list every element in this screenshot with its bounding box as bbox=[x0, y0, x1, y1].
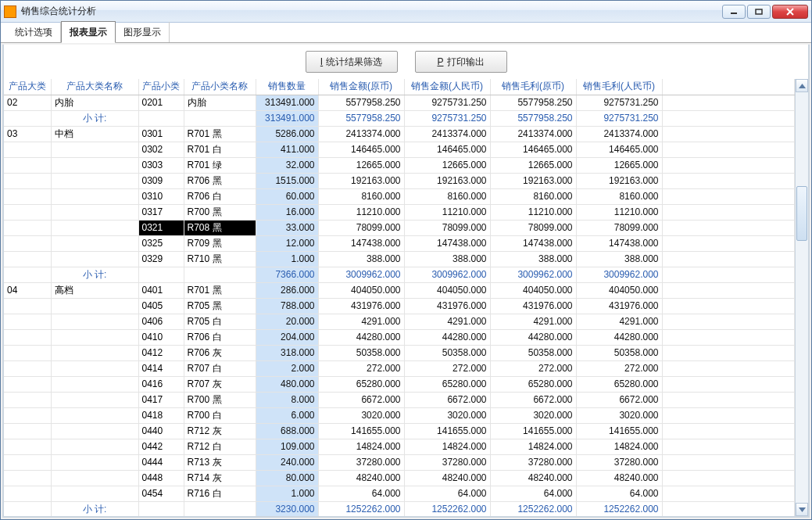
minimize-button[interactable] bbox=[722, 5, 746, 19]
sales-qty: 1515.000 bbox=[256, 173, 318, 188]
subcategory-code: 0417 bbox=[138, 392, 184, 407]
table-row[interactable]: 0405R705 黑788.000431976.000431976.000431… bbox=[4, 298, 795, 314]
category-code bbox=[4, 142, 51, 157]
subcategory-code: 0454 bbox=[138, 486, 184, 501]
table-row[interactable]: 0418R700 白6.0003020.0003020.0003020.0003… bbox=[4, 407, 795, 423]
window-title: 销售综合统计分析 bbox=[21, 5, 722, 18]
amount-rmb: 272.000 bbox=[404, 360, 490, 376]
amount-rmb: 50358.000 bbox=[404, 345, 490, 360]
table-row[interactable]: 0309R706 黑1515.000192163.000192163.00019… bbox=[4, 173, 795, 188]
table-row[interactable]: 0410R706 白204.00044280.00044280.00044280… bbox=[4, 329, 795, 345]
sales-qty: 240.000 bbox=[256, 454, 318, 470]
sales-qty: 1.000 bbox=[256, 251, 318, 267]
report-grid-scroll[interactable]: 产品大类产品大类名称产品小类产品小类名称销售数量销售金额(原币)销售金额(人民币… bbox=[4, 79, 795, 516]
pad bbox=[662, 392, 795, 407]
subtotal-a2: 1252262.000 bbox=[404, 501, 490, 516]
column-header[interactable]: 产品小类名称 bbox=[184, 79, 256, 95]
scroll-track[interactable] bbox=[796, 92, 808, 503]
pad bbox=[662, 282, 795, 298]
category-code bbox=[4, 439, 51, 454]
column-header[interactable]: 销售毛利(原币) bbox=[490, 79, 576, 95]
table-row[interactable]: 0310R706 白60.0008160.0008160.0008160.000… bbox=[4, 188, 795, 204]
column-header[interactable]: 产品大类名称 bbox=[51, 79, 138, 95]
column-header[interactable]: 销售金额(原币) bbox=[318, 79, 404, 95]
subtotal-qty: 313491.000 bbox=[256, 110, 318, 126]
column-header[interactable]: 产品大类 bbox=[4, 79, 51, 95]
scroll-thumb[interactable] bbox=[796, 186, 807, 241]
tab-chart-view[interactable]: 图形显示 bbox=[116, 22, 170, 42]
category-name bbox=[51, 251, 138, 267]
subtotal-row: 小 计:7366.0003009962.0003009962.000300996… bbox=[4, 267, 795, 282]
pad bbox=[662, 329, 795, 345]
profit-rmb: 65280.000 bbox=[576, 376, 662, 392]
amount-rmb: 4291.000 bbox=[404, 314, 490, 329]
sales-qty: 204.000 bbox=[256, 329, 318, 345]
table-row[interactable]: 0406R705 白20.0004291.0004291.0004291.000… bbox=[4, 314, 795, 329]
category-name: 内胎 bbox=[51, 95, 138, 110]
profit-rmb: 141655.000 bbox=[576, 423, 662, 439]
table-row[interactable]: 02内胎0201内胎313491.0005577958.2509275731.2… bbox=[4, 95, 795, 110]
tab-report-view[interactable]: 报表显示 bbox=[61, 21, 116, 43]
svg-marker-5 bbox=[799, 507, 806, 512]
category-code bbox=[4, 314, 51, 329]
profit-rmb: 8160.000 bbox=[576, 188, 662, 204]
table-row[interactable]: 0329R710 黑1.000388.000388.000388.000388.… bbox=[4, 251, 795, 267]
table-row[interactable]: 0444R713 灰240.00037280.00037280.00037280… bbox=[4, 454, 795, 470]
maximize-button[interactable] bbox=[747, 5, 771, 19]
table-row[interactable]: 0416R707 灰480.00065280.00065280.00065280… bbox=[4, 376, 795, 392]
category-name bbox=[51, 470, 138, 486]
subcategory-name: R712 灰 bbox=[184, 423, 256, 439]
profit-rmb: 78099.000 bbox=[576, 220, 662, 235]
amount-orig: 141655.000 bbox=[318, 423, 404, 439]
table-row[interactable]: 04高档0401R701 黑286.000404050.000404050.00… bbox=[4, 282, 795, 298]
print-output-button[interactable]: P 打印输出 bbox=[415, 51, 507, 73]
subtotal-a1: 3009962.000 bbox=[318, 267, 404, 282]
category-code bbox=[4, 235, 51, 251]
tab-stat-options[interactable]: 统计选项 bbox=[7, 22, 61, 42]
subcategory-code: 0301 bbox=[138, 126, 184, 142]
scroll-down-icon[interactable] bbox=[796, 503, 808, 516]
subcategory-code: 0442 bbox=[138, 439, 184, 454]
pad bbox=[662, 345, 795, 360]
table-row[interactable]: 0412R706 灰318.00050358.00050358.00050358… bbox=[4, 345, 795, 360]
profit-orig: 5577958.250 bbox=[490, 95, 576, 110]
table-row[interactable]: 0417R700 黑8.0006672.0006672.0006672.0006… bbox=[4, 392, 795, 407]
subcategory-code: 0317 bbox=[138, 204, 184, 220]
vertical-scrollbar[interactable] bbox=[795, 79, 808, 516]
table-row[interactable]: 0414R707 白2.000272.000272.000272.000272.… bbox=[4, 360, 795, 376]
category-name bbox=[51, 376, 138, 392]
column-header[interactable]: 销售数量 bbox=[256, 79, 318, 95]
table-row[interactable]: 0317R700 黑16.00011210.00011210.00011210.… bbox=[4, 204, 795, 220]
close-button[interactable] bbox=[772, 5, 808, 19]
pad bbox=[662, 470, 795, 486]
table-row[interactable]: 0448R714 灰80.00048240.00048240.00048240.… bbox=[4, 470, 795, 486]
scroll-up-icon[interactable] bbox=[796, 79, 808, 92]
category-name bbox=[51, 235, 138, 251]
pad bbox=[662, 188, 795, 204]
table-row[interactable]: 0442R712 白109.00014824.00014824.00014824… bbox=[4, 439, 795, 454]
sales-qty: 6.000 bbox=[256, 407, 318, 423]
column-header[interactable]: 销售毛利(人民币) bbox=[576, 79, 662, 95]
profit-orig: 14824.000 bbox=[490, 439, 576, 454]
amount-rmb: 431976.000 bbox=[404, 298, 490, 314]
table-row[interactable]: 0302R701 白411.000146465.000146465.000146… bbox=[4, 142, 795, 157]
pad bbox=[662, 298, 795, 314]
filter-results-button[interactable]: I 统计结果筛选 bbox=[306, 51, 398, 73]
column-header[interactable]: 销售金额(人民币) bbox=[404, 79, 490, 95]
profit-orig: 141655.000 bbox=[490, 423, 576, 439]
table-row[interactable]: 0454R716 白1.00064.00064.00064.00064.000 bbox=[4, 486, 795, 501]
sales-qty: 80.000 bbox=[256, 470, 318, 486]
table-row[interactable]: 0440R712 灰688.000141655.000141655.000141… bbox=[4, 423, 795, 439]
table-row[interactable]: 0321R708 黑33.00078099.00078099.00078099.… bbox=[4, 220, 795, 235]
table-row[interactable]: 0325R709 黑12.000147438.000147438.0001474… bbox=[4, 235, 795, 251]
amount-rmb: 48240.000 bbox=[404, 470, 490, 486]
subcategory-code: 0440 bbox=[138, 423, 184, 439]
pad bbox=[184, 267, 256, 282]
table-row[interactable]: 0303R701 绿32.00012665.00012665.00012665.… bbox=[4, 157, 795, 173]
amount-orig: 8160.000 bbox=[318, 188, 404, 204]
table-row[interactable]: 03中档0301R701 黑5286.0002413374.0002413374… bbox=[4, 126, 795, 142]
profit-orig: 3020.000 bbox=[490, 407, 576, 423]
column-header[interactable]: 产品小类 bbox=[138, 79, 184, 95]
pad bbox=[4, 267, 51, 282]
profit-orig: 48240.000 bbox=[490, 470, 576, 486]
